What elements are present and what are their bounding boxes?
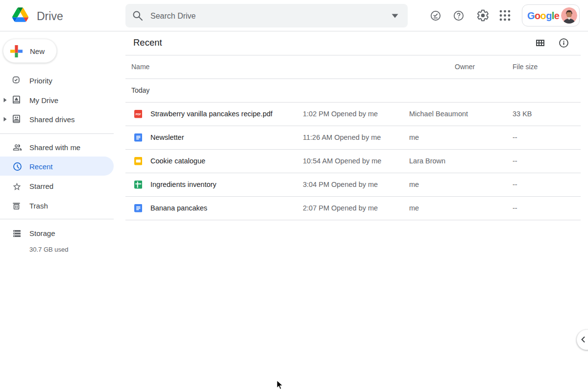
svg-text:PDF: PDF — [135, 113, 141, 116]
